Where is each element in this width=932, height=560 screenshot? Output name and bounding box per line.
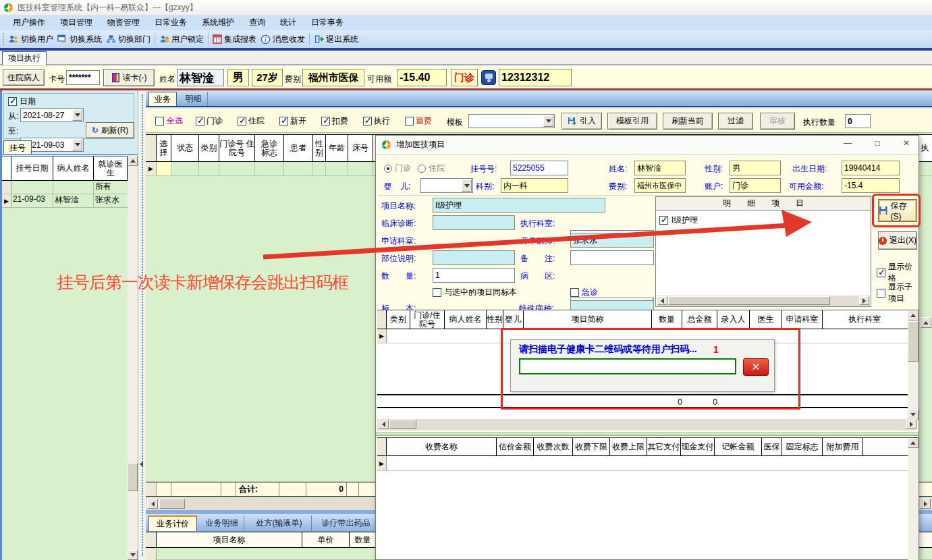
- same-specimen-toggle[interactable]: 与选中的项目同标本: [433, 287, 517, 298]
- scrollbar-thumb[interactable]: [159, 499, 185, 509]
- col-charge-times[interactable]: 收费次数: [534, 438, 573, 455]
- charged-checkbox[interactable]: [321, 117, 330, 125]
- col-qty[interactable]: 数量: [652, 310, 682, 329]
- scroll-right-button[interactable]: [920, 499, 931, 509]
- menu-item-daily-affairs[interactable]: 日常事务: [304, 17, 351, 28]
- switch-user-button[interactable]: 切换用户: [9, 34, 53, 45]
- chevron-down-icon[interactable]: [462, 179, 472, 192]
- outpatient-checkbox[interactable]: [196, 117, 204, 125]
- dept-field[interactable]: 内一科: [501, 178, 568, 193]
- filter-charged[interactable]: 扣费: [321, 115, 348, 127]
- entry-grid-vscrollbar[interactable]: [908, 310, 919, 420]
- scroll-up-button[interactable]: [128, 156, 138, 166]
- splitter-collapse-icon[interactable]: [140, 461, 143, 467]
- filter-cell[interactable]: [11, 181, 53, 194]
- dlg-credit-field[interactable]: -15.4: [842, 178, 900, 193]
- charge-grid-row[interactable]: ▶: [377, 456, 919, 471]
- tab-biz-detail[interactable]: 业务明细: [200, 515, 244, 531]
- chevron-down-icon[interactable]: [72, 109, 82, 121]
- col-insurance[interactable]: 医保: [762, 438, 782, 455]
- chevron-down-icon[interactable]: [543, 115, 553, 127]
- col-reg-date[interactable]: 挂号日期: [11, 157, 53, 180]
- col-sex[interactable]: 性别: [487, 310, 503, 329]
- show-sub-toggle[interactable]: 显示子项目: [877, 281, 919, 304]
- exec-qty-input[interactable]: 0: [845, 114, 871, 128]
- tab-prescription[interactable]: 处方(输液单): [247, 515, 312, 531]
- vertical-splitter[interactable]: [138, 90, 146, 560]
- col-category[interactable]: 类别: [199, 135, 219, 161]
- cell[interactable]: [255, 162, 284, 175]
- col-est-amount[interactable]: 估价金额: [497, 438, 534, 455]
- dlg-fee-field[interactable]: 福州市医保中: [634, 178, 686, 193]
- refresh-current-button[interactable]: 刷新当前: [663, 113, 713, 130]
- menu-item-user-ops[interactable]: 用户操作: [5, 17, 53, 28]
- show-sub-checkbox[interactable]: [877, 289, 885, 298]
- cell-select[interactable]: [157, 162, 171, 175]
- tab-detail[interactable]: 明细: [180, 92, 208, 106]
- scroll-up-button[interactable]: [908, 310, 919, 320]
- switch-dept-button[interactable]: 切换部门: [106, 34, 150, 45]
- cell[interactable]: [326, 162, 348, 175]
- import-button[interactable]: 引入: [561, 113, 602, 130]
- part-input[interactable]: [433, 250, 515, 265]
- menu-item-maintain[interactable]: 系统维护: [194, 17, 242, 28]
- chevron-down-icon[interactable]: [72, 139, 82, 150]
- dialog-title-bar[interactable]: 增加医技项目 — □ ✕: [376, 136, 919, 155]
- col-amount[interactable]: 总金额: [682, 310, 717, 329]
- col-unit-price[interactable]: 单价: [302, 532, 350, 547]
- reg-doctor-cell[interactable]: 张求水: [94, 194, 128, 207]
- col-req-dept[interactable]: 申请科室: [782, 310, 823, 329]
- col-visit-no[interactable]: 门诊/住 院号: [410, 310, 445, 329]
- diagnosis-input[interactable]: [433, 215, 515, 230]
- col-baby[interactable]: 婴儿: [503, 310, 524, 329]
- template-combo[interactable]: [468, 114, 555, 128]
- col-lower-limit[interactable]: 收费下限: [573, 438, 610, 455]
- new-checkbox[interactable]: [279, 117, 288, 125]
- col-entered-by[interactable]: 录入人: [717, 310, 750, 329]
- tab-business[interactable]: 业务: [148, 92, 177, 106]
- scan-cancel-button[interactable]: ✕: [743, 358, 769, 376]
- grid-splitter-bar[interactable]: [376, 432, 919, 436]
- scroll-down-button[interactable]: [128, 550, 138, 560]
- cell[interactable]: [199, 162, 219, 175]
- exit-button[interactable]: 退出(X): [878, 231, 917, 250]
- emergency-checkbox[interactable]: [570, 288, 579, 297]
- scrollbar-thumb[interactable]: [128, 463, 138, 491]
- exit-system-button[interactable]: 退出系统: [314, 34, 358, 45]
- same-specimen-checkbox[interactable]: [433, 288, 441, 297]
- scroll-right-button[interactable]: [859, 296, 869, 305]
- col-cash-pay[interactable]: 现金支付: [681, 438, 715, 455]
- message-button[interactable]: i 消息收发: [261, 34, 305, 45]
- detail-item-checkbox[interactable]: [659, 216, 668, 225]
- template-ref-button[interactable]: 模板引用: [607, 113, 657, 130]
- cell[interactable]: [284, 162, 313, 175]
- col-bed[interactable]: 床号: [348, 135, 373, 161]
- col-doctor[interactable]: 就诊医生: [94, 157, 128, 180]
- registration-row[interactable]: ▶ 21-09-03 林智淦 张求水: [2, 194, 128, 208]
- close-icon[interactable]: ✕: [897, 138, 916, 152]
- filter-refund[interactable]: 退费: [405, 115, 432, 127]
- cell[interactable]: [313, 162, 326, 175]
- dlg-sex-field[interactable]: 男: [730, 161, 781, 175]
- menu-item-project[interactable]: 项目管理: [53, 17, 100, 28]
- inpatient-radio[interactable]: [418, 165, 426, 173]
- col-sex[interactable]: 性别: [313, 135, 326, 161]
- col-age[interactable]: 年龄: [326, 135, 348, 161]
- menu-item-query[interactable]: 查询: [242, 17, 273, 28]
- hidden-grid-scroll-up[interactable]: [921, 317, 931, 328]
- registration-filter-row[interactable]: 所有: [2, 181, 128, 194]
- entry-grid-hscrollbar[interactable]: [377, 419, 917, 430]
- card-no-input[interactable]: *******: [66, 70, 100, 85]
- account-field[interactable]: 门诊: [730, 178, 781, 193]
- scroll-up-button[interactable]: [908, 438, 919, 448]
- read-card-button[interactable]: 读卡(-): [103, 69, 155, 86]
- switch-system-button[interactable]: 切换系统: [57, 34, 102, 45]
- col-exec-dept[interactable]: 执行科室: [823, 310, 907, 329]
- detail-items-hscrollbar[interactable]: [657, 296, 870, 306]
- scrollbar-thumb[interactable]: [908, 321, 919, 362]
- inpatient-checkbox[interactable]: [238, 117, 246, 125]
- outpatient-radio[interactable]: [384, 165, 392, 173]
- date-from-picker[interactable]: 2021-08-27: [20, 108, 84, 122]
- col-upper-limit[interactable]: 收费上限: [610, 438, 647, 455]
- date-filter-toggle[interactable]: 日期: [8, 96, 36, 107]
